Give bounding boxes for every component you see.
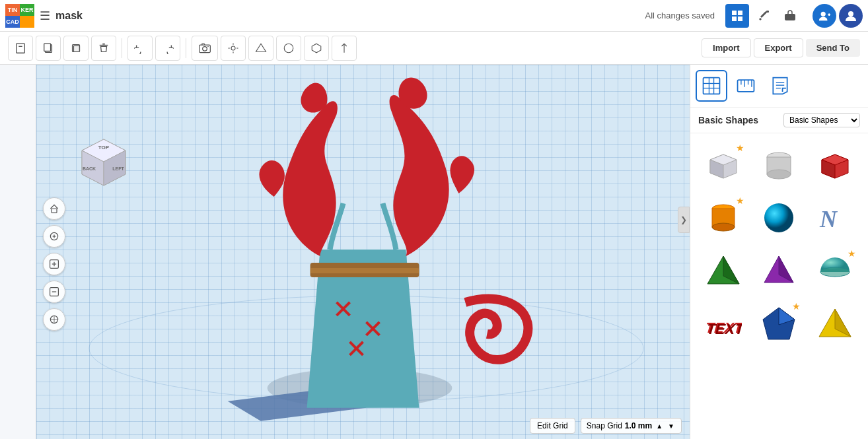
logo-cad: CAD [5, 16, 20, 28]
snap-grid-label: Snap Grid [587, 421, 622, 430]
svg-rect-16 [199, 45, 211, 53]
shape-half-sphere[interactable]: ★ [810, 247, 860, 294]
tools-btn[interactable] [752, 4, 776, 28]
main-area: TOP BACK LEFT [0, 65, 868, 439]
shape-pyramid-yellow[interactable] [810, 300, 860, 347]
zoom-out-btn[interactable] [43, 281, 65, 303]
save-status: All changes saved [645, 11, 715, 20]
new-btn[interactable] [8, 36, 33, 61]
shape-squiggle[interactable]: N [810, 194, 860, 242]
edit-grid-btn[interactable]: Edit Grid [530, 418, 575, 434]
shape-cylinder-orange[interactable]: ★ [698, 194, 748, 242]
svg-rect-1 [738, 11, 742, 15]
shape-preview [759, 145, 799, 185]
shape-preview [815, 304, 855, 343]
briefcase-btn[interactable] [778, 4, 802, 28]
svg-text:TEXT: TEXT [706, 321, 742, 337]
shapes-title: Basic Shapes [698, 115, 758, 125]
notes-tab[interactable] [764, 70, 796, 102]
svg-rect-0 [732, 11, 737, 15]
shape-box-red[interactable] [810, 141, 860, 189]
svg-rect-13 [44, 43, 51, 51]
shape-box-gray[interactable]: ★ [698, 141, 748, 189]
project-menu-icon[interactable]: ☰ [40, 9, 50, 23]
shape-tool-4[interactable] [332, 36, 357, 61]
redo-btn[interactable] [155, 36, 180, 61]
svg-text:LEFT: LEFT [112, 166, 124, 171]
shapes-category-dropdown[interactable]: Basic Shapes Text & Numbers Connectors G… [783, 113, 860, 127]
svg-point-19 [231, 46, 235, 50]
add-user-btn[interactable] [813, 4, 836, 28]
shape-preview [815, 145, 855, 185]
send-to-btn[interactable]: Send To [806, 39, 860, 57]
nav-cube[interactable]: TOP BACK LEFT [76, 136, 132, 192]
duplicate-btn[interactable] [63, 36, 89, 61]
star-badge: ★ [736, 143, 744, 153]
svg-rect-59 [704, 78, 720, 94]
svg-rect-5 [785, 14, 795, 20]
user-avatar[interactable] [839, 4, 863, 28]
canvas-bottom-controls: Edit Grid Snap Grid 1.0 mm ▲ ▼ [530, 418, 682, 434]
star-badge: ★ [792, 301, 801, 312]
toolbar-sep-1 [122, 38, 122, 58]
svg-rect-58 [310, 268, 419, 273]
shape-preview [759, 251, 799, 290]
light-btn[interactable] [221, 36, 246, 61]
shape-cylinder-gray[interactable] [754, 141, 804, 189]
shapes-tab[interactable] [696, 70, 727, 102]
star-badge: ★ [848, 248, 856, 259]
svg-rect-10 [17, 43, 25, 52]
star-badge: ★ [736, 195, 744, 206]
export-btn[interactable]: Export [754, 38, 803, 57]
svg-text:TOP: TOP [98, 145, 110, 151]
svg-point-77 [767, 170, 791, 179]
zoom-in-btn[interactable] [43, 253, 65, 275]
shape-sphere[interactable] [754, 194, 804, 242]
header-nav-icons [725, 4, 802, 28]
svg-rect-15 [73, 46, 79, 51]
left-panel [0, 65, 36, 439]
right-panel-tabs [690, 65, 868, 108]
project-name: mask [55, 10, 83, 22]
3d-scene[interactable] [36, 65, 690, 439]
snap-grid-value: 1.0 mm [625, 421, 652, 430]
delete-btn[interactable] [91, 36, 116, 61]
shape-tool-1[interactable] [248, 36, 273, 61]
undo-btn[interactable] [127, 36, 153, 61]
logo-tin: TIN [5, 4, 20, 16]
header: TIN KER CAD ☰ mask All changes saved [0, 0, 868, 32]
nav-cube-svg: TOP BACK LEFT [76, 136, 132, 192]
orientation-btn[interactable] [43, 308, 65, 331]
svg-text:N: N [819, 206, 838, 232]
svg-point-6 [821, 11, 826, 16]
shape-tool-2[interactable] [276, 36, 301, 61]
svg-point-90 [820, 267, 850, 277]
left-controls [43, 136, 65, 331]
svg-marker-26 [312, 44, 321, 53]
svg-point-84 [764, 203, 793, 232]
copy-btn[interactable] [36, 36, 61, 61]
zoom-fit-btn[interactable] [43, 225, 65, 248]
import-btn[interactable]: Import [702, 38, 750, 57]
snap-grid-up[interactable]: ▲ [655, 422, 664, 430]
svg-text:BACK: BACK [83, 166, 96, 171]
ruler-tab[interactable] [730, 70, 762, 102]
shape-tool-3[interactable] [304, 36, 329, 61]
shape-pyramid-green[interactable] [698, 247, 748, 294]
snap-grid-control: Snap Grid 1.0 mm ▲ ▼ [581, 418, 682, 434]
shape-pyramid-purple[interactable] [754, 247, 804, 294]
canvas[interactable]: TOP BACK LEFT [36, 65, 690, 439]
shapes-header: Basic Shapes Basic Shapes Text & Numbers… [690, 108, 868, 133]
shape-text-3d[interactable]: TEXT TEXT [698, 300, 748, 347]
grid-view-btn[interactable] [725, 4, 749, 28]
snap-grid-down[interactable]: ▼ [667, 422, 676, 430]
svg-rect-4 [766, 11, 769, 13]
svg-point-83 [712, 223, 735, 231]
toolbar-sep-2 [186, 38, 186, 58]
camera-btn[interactable] [192, 36, 218, 61]
home-btn[interactable] [43, 197, 65, 220]
svg-point-17 [203, 46, 207, 51]
shape-diamond[interactable]: ★ [754, 300, 804, 347]
logo: TIN KER CAD [5, 4, 34, 28]
collapse-panel-btn[interactable]: ❯ [678, 207, 690, 233]
